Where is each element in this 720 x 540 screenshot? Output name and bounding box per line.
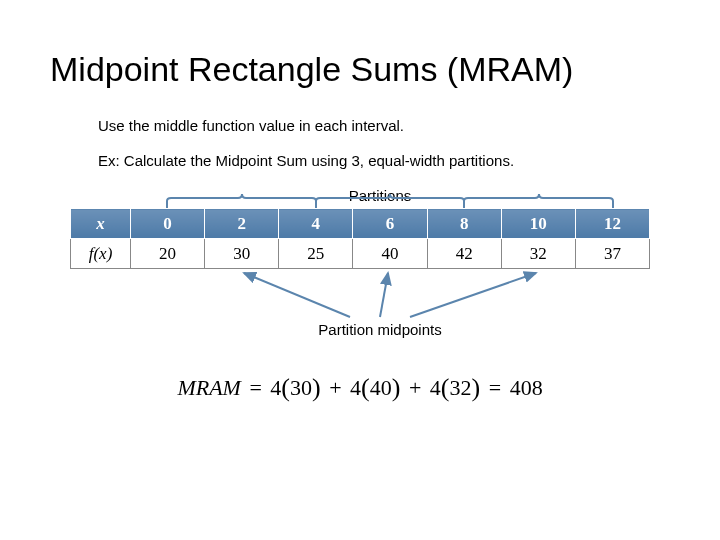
x-cell: 0 (131, 209, 205, 239)
coef-3: 4 (430, 375, 441, 400)
data-table: x 0 2 4 6 8 10 12 f(x) 20 30 25 40 42 32… (70, 208, 650, 269)
svg-line-0 (244, 273, 350, 317)
fx-cell: 40 (353, 239, 427, 269)
mram-formula: MRAM = 4(30) + 4(40) + 4(32) = 408 (50, 372, 670, 402)
coef-1: 4 (270, 375, 281, 400)
x-cell: 12 (575, 209, 649, 239)
midpoint-arrows (70, 269, 650, 319)
row-head-x: x (71, 209, 131, 239)
row-head-fx: f(x) (71, 239, 131, 269)
partitions-label: Partitions (90, 187, 670, 204)
fx-cell: 25 (279, 239, 353, 269)
x-cell: 2 (205, 209, 279, 239)
table-row: x 0 2 4 6 8 10 12 (71, 209, 650, 239)
fx-cell: 30 (205, 239, 279, 269)
coef-2: 4 (350, 375, 361, 400)
val-2: 40 (370, 375, 392, 400)
x-cell: 4 (279, 209, 353, 239)
midpoints-label: Partition midpoints (90, 321, 670, 338)
table-container: x 0 2 4 6 8 10 12 f(x) 20 30 25 40 42 32… (70, 208, 650, 269)
svg-line-2 (410, 273, 536, 317)
example-text: Ex: Calculate the Midpoint Sum using 3, … (98, 152, 670, 169)
svg-line-1 (380, 273, 388, 317)
instruction-text: Use the middle function value in each in… (98, 117, 670, 134)
x-cell: 8 (427, 209, 501, 239)
val-3: 32 (450, 375, 472, 400)
fx-cell: 20 (131, 239, 205, 269)
x-cell: 10 (501, 209, 575, 239)
fx-cell: 42 (427, 239, 501, 269)
fx-cell: 32 (501, 239, 575, 269)
val-1: 30 (290, 375, 312, 400)
formula-lhs: MRAM (177, 375, 241, 400)
page-title: Midpoint Rectangle Sums (MRAM) (50, 50, 670, 89)
result: 408 (510, 375, 543, 400)
x-cell: 6 (353, 209, 427, 239)
fx-cell: 37 (575, 239, 649, 269)
table-row: f(x) 20 30 25 40 42 32 37 (71, 239, 650, 269)
